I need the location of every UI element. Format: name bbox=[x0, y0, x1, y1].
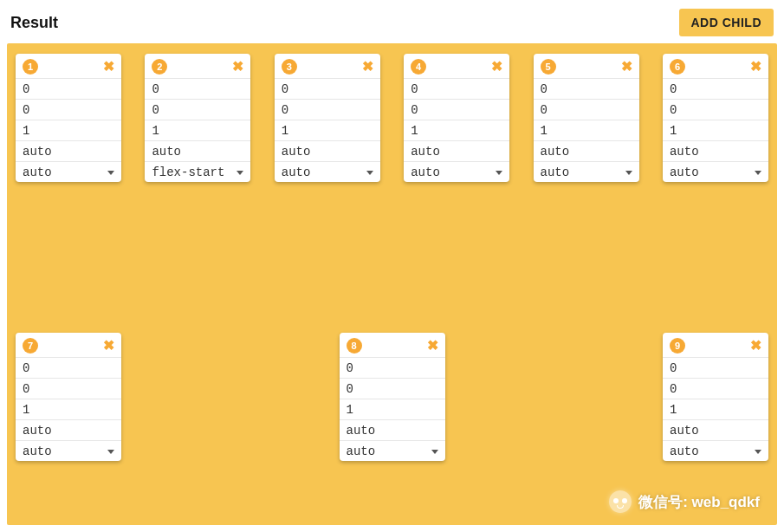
chevron-down-icon bbox=[236, 171, 243, 175]
card-index-badge: 7 bbox=[23, 338, 38, 354]
flex-child-card: 6 ✖ 0 0 1 auto auto bbox=[663, 54, 768, 182]
flex-basis-input[interactable]: 1 bbox=[145, 120, 250, 140]
close-icon[interactable]: ✖ bbox=[750, 339, 761, 353]
card-index-badge: 9 bbox=[670, 338, 685, 354]
card-head: 1 ✖ bbox=[16, 54, 121, 78]
close-icon[interactable]: ✖ bbox=[491, 60, 502, 74]
close-icon[interactable]: ✖ bbox=[103, 339, 114, 353]
chevron-down-icon bbox=[625, 171, 632, 175]
top-row: 1 ✖ 0 0 1 auto auto 2 ✖ 0 0 1 auto flex-… bbox=[12, 50, 772, 185]
align-self-input[interactable]: auto bbox=[534, 140, 639, 161]
flex-shrink-input[interactable]: 0 bbox=[534, 99, 639, 120]
justify-select[interactable]: flex-start bbox=[145, 161, 250, 182]
flex-grow-input[interactable]: 0 bbox=[145, 78, 250, 99]
flex-shrink-input[interactable]: 0 bbox=[275, 99, 380, 120]
flex-grow-input[interactable]: 0 bbox=[663, 78, 768, 99]
flex-shrink-input[interactable]: 0 bbox=[16, 378, 121, 399]
chevron-down-icon bbox=[431, 450, 438, 454]
flex-child-card: 2 ✖ 0 0 1 auto flex-start bbox=[145, 54, 250, 182]
bottom-row: 7 ✖ 0 0 1 auto auto 8 ✖ 0 0 1 auto auto … bbox=[12, 329, 772, 464]
card-head: 6 ✖ bbox=[663, 54, 768, 78]
chevron-down-icon bbox=[107, 450, 114, 454]
close-icon[interactable]: ✖ bbox=[621, 60, 632, 74]
flex-shrink-input[interactable]: 0 bbox=[340, 378, 445, 399]
flex-shrink-input[interactable]: 0 bbox=[404, 99, 509, 120]
align-self-input[interactable]: auto bbox=[404, 140, 509, 161]
flex-grow-input[interactable]: 0 bbox=[16, 357, 121, 378]
card-index-badge: 8 bbox=[347, 338, 362, 354]
justify-select[interactable]: auto bbox=[340, 440, 445, 461]
flex-child-card: 4 ✖ 0 0 1 auto auto bbox=[404, 54, 509, 182]
flex-shrink-input[interactable]: 0 bbox=[16, 99, 121, 120]
card-head: 8 ✖ bbox=[340, 333, 445, 357]
flex-child-card: 3 ✖ 0 0 1 auto auto bbox=[275, 54, 380, 182]
flex-child-card: 9 ✖ 0 0 1 auto auto bbox=[663, 333, 768, 461]
flex-basis-input[interactable]: 1 bbox=[663, 120, 768, 140]
chevron-down-icon bbox=[496, 171, 502, 175]
justify-select[interactable]: auto bbox=[663, 161, 768, 182]
close-icon[interactable]: ✖ bbox=[750, 60, 761, 74]
card-head: 7 ✖ bbox=[16, 333, 121, 357]
card-index-badge: 2 bbox=[152, 59, 167, 75]
flex-grow-input[interactable]: 0 bbox=[16, 78, 121, 99]
flex-shrink-input[interactable]: 0 bbox=[145, 99, 250, 120]
flex-basis-input[interactable]: 1 bbox=[663, 399, 768, 419]
justify-select[interactable]: auto bbox=[663, 440, 768, 461]
flex-child-card: 5 ✖ 0 0 1 auto auto bbox=[534, 54, 639, 182]
card-index-badge: 4 bbox=[411, 59, 426, 75]
page-title: Result bbox=[10, 14, 58, 32]
align-self-input[interactable]: auto bbox=[16, 140, 121, 161]
header: Result ADD CHILD bbox=[0, 0, 784, 43]
justify-select[interactable]: auto bbox=[275, 161, 380, 182]
wechat-icon bbox=[609, 490, 632, 513]
flex-canvas: 1 ✖ 0 0 1 auto auto 2 ✖ 0 0 1 auto flex-… bbox=[7, 43, 777, 525]
chevron-down-icon bbox=[755, 171, 761, 175]
justify-select[interactable]: auto bbox=[16, 440, 121, 461]
flex-grow-input[interactable]: 0 bbox=[534, 78, 639, 99]
align-self-input[interactable]: auto bbox=[145, 140, 250, 161]
card-head: 3 ✖ bbox=[275, 54, 380, 78]
flex-basis-input[interactable]: 1 bbox=[16, 399, 121, 419]
card-head: 5 ✖ bbox=[534, 54, 639, 78]
align-self-input[interactable]: auto bbox=[340, 419, 445, 440]
chevron-down-icon bbox=[366, 171, 373, 175]
justify-select[interactable]: auto bbox=[16, 161, 121, 182]
flex-basis-input[interactable]: 1 bbox=[340, 399, 445, 419]
flex-shrink-input[interactable]: 0 bbox=[663, 99, 768, 120]
card-index-badge: 1 bbox=[23, 59, 38, 75]
card-head: 9 ✖ bbox=[663, 333, 768, 357]
watermark-text: 微信号: web_qdkf bbox=[638, 492, 760, 512]
justify-select[interactable]: auto bbox=[534, 161, 639, 182]
add-child-button[interactable]: ADD CHILD bbox=[679, 9, 774, 36]
align-self-input[interactable]: auto bbox=[663, 140, 768, 161]
align-self-input[interactable]: auto bbox=[275, 140, 380, 161]
flex-basis-input[interactable]: 1 bbox=[275, 120, 380, 140]
flex-child-card: 8 ✖ 0 0 1 auto auto bbox=[340, 333, 445, 461]
align-self-input[interactable]: auto bbox=[16, 419, 121, 440]
flex-child-card: 1 ✖ 0 0 1 auto auto bbox=[16, 54, 121, 182]
watermark: 微信号: web_qdkf bbox=[609, 490, 760, 513]
card-index-badge: 5 bbox=[541, 59, 556, 75]
flex-basis-input[interactable]: 1 bbox=[404, 120, 509, 140]
card-index-badge: 3 bbox=[282, 59, 297, 75]
chevron-down-icon bbox=[755, 450, 761, 454]
align-self-input[interactable]: auto bbox=[663, 419, 768, 440]
flex-grow-input[interactable]: 0 bbox=[340, 357, 445, 378]
card-head: 2 ✖ bbox=[145, 54, 250, 78]
close-icon[interactable]: ✖ bbox=[103, 60, 114, 74]
flex-grow-input[interactable]: 0 bbox=[275, 78, 380, 99]
flex-basis-input[interactable]: 1 bbox=[16, 120, 121, 140]
card-head: 4 ✖ bbox=[404, 54, 509, 78]
close-icon[interactable]: ✖ bbox=[232, 60, 243, 74]
flex-grow-input[interactable]: 0 bbox=[404, 78, 509, 99]
justify-select[interactable]: auto bbox=[404, 161, 509, 182]
flex-child-card: 7 ✖ 0 0 1 auto auto bbox=[16, 333, 121, 461]
chevron-down-icon bbox=[107, 171, 114, 175]
flex-grow-input[interactable]: 0 bbox=[663, 357, 768, 378]
flex-basis-input[interactable]: 1 bbox=[534, 120, 639, 140]
flex-shrink-input[interactable]: 0 bbox=[663, 378, 768, 399]
card-index-badge: 6 bbox=[670, 59, 685, 75]
close-icon[interactable]: ✖ bbox=[427, 339, 438, 353]
close-icon[interactable]: ✖ bbox=[362, 60, 373, 74]
